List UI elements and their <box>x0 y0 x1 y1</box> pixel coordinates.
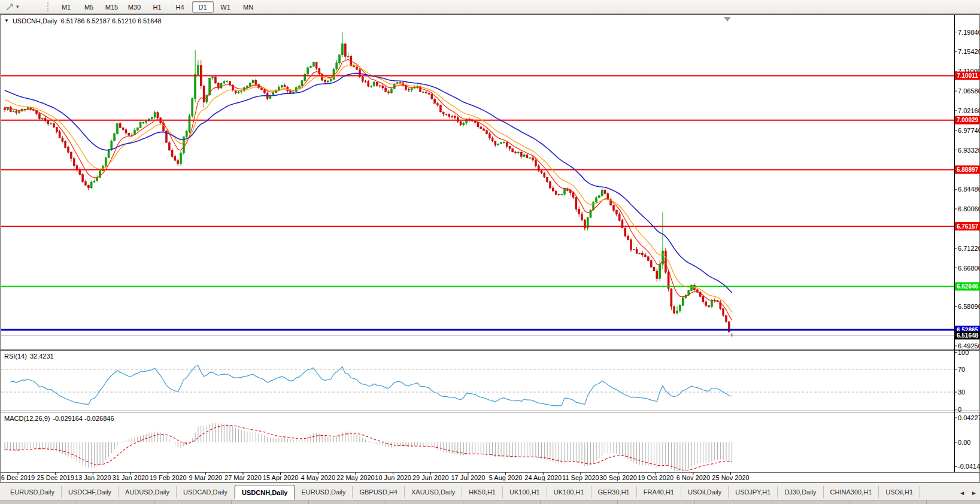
chart-tab-usdjpy-h1[interactable]: USDJPY,H1 <box>729 486 778 498</box>
tab-scroll-right-icon[interactable]: ► <box>969 490 979 496</box>
cursor-tool-button[interactable]: ▾ <box>2 1 22 13</box>
chart-tab-usdchf-daily[interactable]: USDCHF,Daily <box>62 486 119 498</box>
collapse-chart-icon[interactable]: ▼ <box>4 19 9 23</box>
svg-text:6 Dec 2019: 6 Dec 2019 <box>1 474 35 481</box>
chart-tab-dj30-daily[interactable]: DJ30,Daily <box>778 486 823 498</box>
svg-text:22 May 2020: 22 May 2020 <box>336 474 375 481</box>
svg-text:7.15420: 7.15420 <box>958 48 980 55</box>
chart-tab-usdcad-daily[interactable]: USDCAD,Daily <box>177 486 235 498</box>
chart-tab-audusd-daily[interactable]: AUDUSD,Daily <box>119 486 177 498</box>
timeframe-button-m15[interactable]: M15 <box>101 1 123 13</box>
svg-text:7.19840: 7.19840 <box>958 29 980 36</box>
svg-text:6.66800: 6.66800 <box>958 265 980 272</box>
price-chart-canvas[interactable]: 7.198407.154207.110007.065807.021606.977… <box>0 14 980 482</box>
svg-text:19 Oct 2020: 19 Oct 2020 <box>638 474 673 481</box>
svg-text:11 Sep 2020: 11 Sep 2020 <box>562 474 599 481</box>
chart-tab-bar: EURUSD,DailyUSDCHF,DailyAUDUSD,DailyUSDC… <box>0 482 980 500</box>
macd-indicator-label: MACD(12,26,9) -0.029164 -0.026846 <box>4 415 114 422</box>
svg-text:70: 70 <box>958 366 965 373</box>
dropdown-arrow-icon: ▾ <box>16 4 19 10</box>
chart-header: ▼ USDCNH,Daily 6.51786 6.52187 6.51210 6… <box>4 17 162 25</box>
svg-text:7.02160: 7.02160 <box>958 107 980 114</box>
svg-text:7.00029: 7.00029 <box>957 117 979 123</box>
svg-text:6.88897: 6.88897 <box>957 166 979 173</box>
svg-text:6.97740: 6.97740 <box>958 127 980 134</box>
status-strip <box>0 500 980 504</box>
timeframe-button-m30[interactable]: M30 <box>124 1 145 13</box>
svg-text:6.51648: 6.51648 <box>957 332 979 339</box>
svg-text:31 Jan 2020: 31 Jan 2020 <box>113 474 149 481</box>
timeframe-button-m5[interactable]: M5 <box>78 1 100 13</box>
svg-text:9 Mar 2020: 9 Mar 2020 <box>189 474 222 481</box>
svg-text:25 Nov 2020: 25 Nov 2020 <box>712 474 749 481</box>
svg-text:25 Dec 2019: 25 Dec 2019 <box>37 474 74 481</box>
macd-name: MACD(12,26,9) <box>4 415 50 422</box>
toolbar-grip[interactable] <box>47 2 50 11</box>
tab-scroll-arrows: ◄ ► <box>957 490 979 496</box>
timeframe-button-mn[interactable]: MN <box>238 1 259 13</box>
timeframe-button-d1[interactable]: D1 <box>192 1 214 13</box>
svg-text:6.71220: 6.71220 <box>958 245 980 252</box>
svg-text:6.76157: 6.76157 <box>957 223 979 230</box>
timeframe-button-h1[interactable]: H1 <box>147 1 168 13</box>
chart-tab-usoil-daily[interactable]: USOil,Daily <box>681 486 729 498</box>
macd-values: -0.029164 -0.026846 <box>53 415 114 422</box>
svg-text:17 Jul 2020: 17 Jul 2020 <box>451 474 485 481</box>
chart-tab-gbpusd-h4[interactable]: GBPUSD,H4 <box>353 486 405 498</box>
svg-text:7.06580: 7.06580 <box>958 87 980 95</box>
svg-text:100: 100 <box>958 349 969 356</box>
svg-text:-0.04148: -0.04148 <box>958 463 980 470</box>
svg-text:13 Jan 2020: 13 Jan 2020 <box>75 474 111 481</box>
svg-text:6.80060: 6.80060 <box>958 205 980 212</box>
svg-text:0.00: 0.00 <box>958 439 970 446</box>
svg-text:30 Sep 2020: 30 Sep 2020 <box>599 474 636 481</box>
timeframe-button-m1[interactable]: M1 <box>56 1 77 13</box>
chart-tab-eurusd-daily[interactable]: EURUSD,Daily <box>295 486 353 498</box>
chart-tab-hk50-h1[interactable]: HK50,H1 <box>462 486 503 498</box>
chart-tab-ger30-h1[interactable]: GER30,H1 <box>591 486 637 498</box>
toolbar: ▾ M1M5M15M30H1H4D1W1MN <box>0 0 980 14</box>
timeframe-button-group: M1M5M15M30H1H4D1W1MN <box>56 1 260 13</box>
chart-tab-xauusd-daily[interactable]: XAUUSD,Daily <box>405 486 462 498</box>
svg-text:6.58090: 6.58090 <box>958 303 980 310</box>
svg-text:5 Aug 2020: 5 Aug 2020 <box>489 474 523 481</box>
svg-text:27 Mar 2020: 27 Mar 2020 <box>224 474 262 481</box>
rsi-name: RSI(14) <box>4 353 27 360</box>
svg-text:6.62646: 6.62646 <box>957 283 979 290</box>
svg-text:6.93320: 6.93320 <box>958 147 980 154</box>
svg-text:0.042275: 0.042275 <box>958 414 980 421</box>
svg-text:6 Nov 2020: 6 Nov 2020 <box>676 474 710 481</box>
chart-tab-fra40-h1[interactable]: FRA40,H1 <box>637 486 681 498</box>
svg-text:24 Aug 2020: 24 Aug 2020 <box>524 474 562 481</box>
crosshair-tool-icon <box>5 2 14 11</box>
tab-scroll-left-icon[interactable]: ◄ <box>957 490 967 496</box>
svg-text:19 Feb 2020: 19 Feb 2020 <box>150 474 187 481</box>
rsi-indicator-label: RSI(14) 32.4231 <box>4 353 54 360</box>
chart-tab-uk100-h1[interactable]: UK100,H1 <box>503 486 547 498</box>
timeframe-button-w1[interactable]: W1 <box>215 1 236 13</box>
rsi-value: 32.4231 <box>30 353 54 360</box>
chart-tab-usoil-h1[interactable]: USOil,H1 <box>879 486 920 498</box>
svg-text:0: 0 <box>958 406 961 413</box>
chart-tab-china300-h1[interactable]: CHINA300,H1 <box>824 486 879 498</box>
chart-symbol-label: USDCNH,Daily <box>13 17 57 25</box>
chart-tab-usdcnh-daily[interactable]: USDCNH,Daily <box>235 485 295 500</box>
svg-text:10 Jun 2020: 10 Jun 2020 <box>375 474 411 481</box>
chart-tabs: EURUSD,DailyUSDCHF,DailyAUDUSD,DailyUSDC… <box>0 483 957 500</box>
svg-text:15 Apr 2020: 15 Apr 2020 <box>263 474 298 481</box>
svg-text:29 Jun 2020: 29 Jun 2020 <box>412 474 449 481</box>
chart-tab-eurusd-daily[interactable]: EURUSD,Daily <box>4 486 62 498</box>
chart-tab-uk100-h1[interactable]: UK100,H1 <box>547 486 591 498</box>
timeframe-button-h4[interactable]: H4 <box>169 1 191 13</box>
svg-text:30: 30 <box>958 388 965 396</box>
svg-text:6.84480: 6.84480 <box>958 186 980 193</box>
svg-text:7.10011: 7.10011 <box>957 72 978 79</box>
chart-ohlc-values: 6.51786 6.52187 6.51210 6.51648 <box>60 17 161 25</box>
svg-text:4 May 2020: 4 May 2020 <box>301 474 335 481</box>
